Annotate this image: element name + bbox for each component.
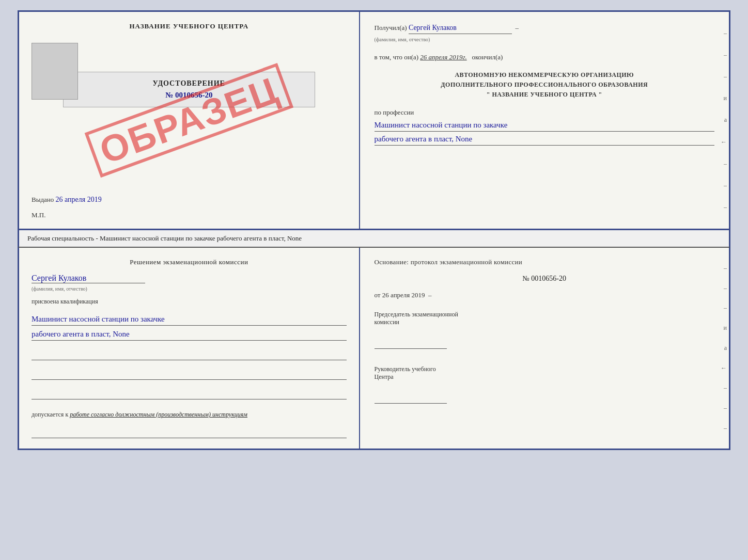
- vydano-date: 26 апреля 2019: [56, 196, 102, 203]
- cert-right: Получил(а) Сергей Кулаков – (фамилия, им…: [360, 12, 729, 229]
- profession-line1-top: Машинист насосной станции по закачке: [375, 119, 714, 132]
- underline1: [32, 350, 347, 360]
- bottom-name-hw: Сергей Кулаков: [32, 274, 145, 283]
- right-side-dashes-bottom: – – – и а ← – – –: [719, 248, 729, 449]
- org-block: АВТОНОМНУЮ НЕКОММЕРЧЕСКУЮ ОРГАНИЗАЦИЮ ДО…: [375, 70, 714, 100]
- dopuskaetsya-value: работе согласно должностным (производств…: [70, 411, 247, 418]
- resheniyem-title: Решением экзаменационной комиссии: [32, 258, 347, 266]
- cert-top: НАЗВАНИЕ УЧЕБНОГО ЦЕНТРА УДОСТОВЕРЕНИЕ №…: [18, 10, 730, 230]
- underline4: [32, 428, 347, 438]
- udostoverenie-block: УДОСТОВЕРЕНИЕ № 0010656-20: [63, 72, 315, 107]
- predsedatel-line1: Председатель экзаменационной: [375, 311, 714, 318]
- vtom-label: в том, что он(а): [375, 53, 419, 61]
- subtitle-text: Рабочая специальность - Машинист насосно…: [27, 234, 302, 242]
- poluchil-value: Сергей Кулаков: [409, 22, 512, 34]
- cert-left: НАЗВАНИЕ УЧЕБНОГО ЦЕНТРА УДОСТОВЕРЕНИЕ №…: [19, 12, 360, 229]
- cert-left-title: НАЗВАНИЕ УЧЕБНОГО ЦЕНТРА: [129, 22, 248, 30]
- right-side-dashes-top: – – – и а ← – – –: [719, 12, 729, 229]
- rukovoditel-line1: Руководитель учебного: [375, 365, 714, 373]
- rukovoditel-role: Руководитель учебного Центра: [375, 365, 714, 381]
- ot-date-line: от 26 апреля 2019 –: [375, 291, 714, 299]
- mp-line: М.П.: [32, 211, 45, 219]
- prisvoena-label: присвоена квалификация: [32, 298, 347, 306]
- org-line1: АВТОНОМНУЮ НЕКОММЕРЧЕСКУЮ ОРГАНИЗАЦИЮ: [375, 70, 714, 80]
- ot-date: 26 апреля 2019: [382, 291, 425, 299]
- osnovanie-title: Основание: протокол экзаменационной коми…: [375, 258, 714, 266]
- okonchil-label: окончил(а): [472, 53, 503, 61]
- bottom-profession-line2: рабочего агента в пласт, None: [32, 328, 347, 341]
- vtom-line: в том, что он(а) 26 апреля 2019г. окончи…: [375, 52, 714, 63]
- po-professii-label: по профессии: [375, 108, 414, 116]
- po-professii-line: по профессии Машинист насосной станции п…: [375, 107, 714, 146]
- dopuskaetsya-label: допускается к: [32, 411, 68, 418]
- rukovoditel-line2: Центра: [375, 373, 714, 381]
- poluchil-label: Получил(а): [375, 24, 407, 31]
- org-line2: ДОПОЛНИТЕЛЬНОГО ПРОФЕССИОНАЛЬНОГО ОБРАЗО…: [375, 80, 714, 90]
- vydano-line: Выдано 26 апреля 2019: [32, 196, 102, 204]
- vydano-label: Выдано: [32, 196, 54, 203]
- predsedatel-signature: [375, 337, 447, 349]
- bottom-profession-line1: Машинист насосной станции по закачке: [32, 313, 347, 326]
- document-container: НАЗВАНИЕ УЧЕБНОГО ЦЕНТРА УДОСТОВЕРЕНИЕ №…: [18, 10, 730, 450]
- bottom-profession-block: Машинист насосной станции по закачке раб…: [32, 311, 347, 341]
- underline3: [32, 389, 347, 399]
- bottom-name-block: Сергей Кулаков (фамилия, имя, отчество): [32, 271, 347, 293]
- vtom-date: 26 апреля 2019г.: [420, 53, 466, 61]
- poluchil-line: Получил(а) Сергей Кулаков – (фамилия, им…: [375, 22, 714, 45]
- org-line3: " НАЗВАНИЕ УЧЕБНОГО ЦЕНТРА ": [375, 90, 714, 100]
- subtitle-area: Рабочая специальность - Машинист насосно…: [18, 230, 730, 247]
- cert-bottom-left: Решением экзаменационной комиссии Сергей…: [19, 248, 360, 449]
- bottom-familiya-label: (фамилия, имя, отчество): [32, 286, 87, 292]
- cert-bottom: Решением экзаменационной комиссии Сергей…: [18, 247, 730, 450]
- familiya-label-top: (фамилия, имя, отчество): [375, 37, 430, 42]
- underline2: [32, 370, 347, 380]
- photo-placeholder: [32, 43, 78, 100]
- dopuskaetsya-block: допускается к работе согласно должностны…: [32, 411, 347, 419]
- protocol-number: № 0010656-20: [375, 275, 714, 283]
- udostoverenie-num: № 0010656-20: [74, 91, 304, 100]
- ot-label: от: [375, 291, 381, 299]
- predsedatel-line2: комиссии: [375, 318, 714, 326]
- rukovoditel-signature: [375, 391, 447, 404]
- udostoverenie-title: УДОСТОВЕРЕНИЕ: [74, 79, 304, 88]
- predsedatel-role: Председатель экзаменационной комиссии: [375, 311, 714, 326]
- cert-bottom-right: Основание: протокол экзаменационной коми…: [360, 248, 729, 449]
- profession-line2-top: рабочего агента в пласт, None: [375, 133, 714, 146]
